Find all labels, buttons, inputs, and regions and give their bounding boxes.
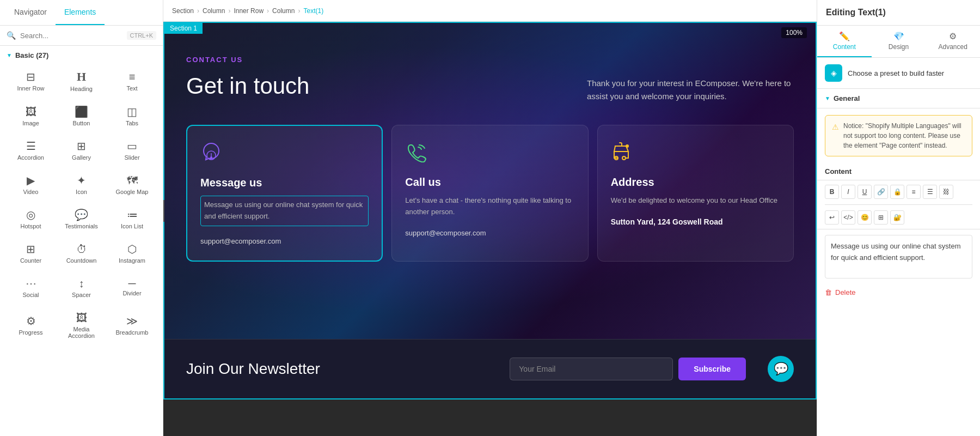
breadcrumb-section[interactable]: Section: [172, 7, 194, 15]
element-progress[interactable]: ⚙ Progress: [7, 306, 55, 345]
element-image[interactable]: 🖼 Image: [7, 100, 55, 132]
element-label: Slider: [124, 154, 139, 161]
contact-card-address[interactable]: Address We'd be delighted to welcome you…: [597, 125, 794, 262]
link-button[interactable]: 🔗: [874, 185, 888, 199]
section-label[interactable]: Section 1: [164, 23, 203, 34]
tab-content[interactable]: ✏️ Content: [817, 26, 872, 57]
element-hotspot[interactable]: ◎ Hotspot: [7, 203, 55, 235]
contact-title-block: Get in touch: [186, 72, 309, 100]
element-label: Image: [22, 120, 39, 126]
hotspot-icon: ◎: [26, 209, 35, 220]
video-icon: ▶: [27, 175, 35, 186]
breadcrumb-column[interactable]: Column: [203, 7, 225, 15]
element-video[interactable]: ▶ Video: [7, 169, 55, 201]
message-icon: [200, 141, 369, 168]
element-icon[interactable]: ✦ Icon: [57, 169, 106, 201]
element-label: Instagram: [119, 257, 145, 264]
element-label: Media Accordion: [61, 326, 102, 339]
element-gallery[interactable]: ⊞ Gallery: [57, 135, 106, 167]
preset-banner[interactable]: ◈ Choose a preset to build faster: [817, 58, 980, 89]
tab-advanced[interactable]: ⚙ Advanced: [926, 26, 980, 57]
ordered-list-button[interactable]: ≡: [906, 185, 921, 199]
card-desc-address: We'd be delighted to welcome you to our …: [611, 195, 780, 207]
lock-button[interactable]: 🔒: [890, 185, 904, 199]
element-label: Testimonials: [65, 223, 98, 229]
canvas-wrapper: Section 1 ‹ 100% CONTACT US Get in touch…: [163, 22, 817, 436]
collapse-handle[interactable]: ‹: [163, 200, 164, 222]
address-icon: [611, 141, 780, 167]
elements-grid: ⊟ Inner Row H Heading ≡ Text 🖼 Image ⬛ B…: [7, 65, 156, 345]
element-label: Google Map: [116, 189, 149, 195]
card-desc-call: Let's have a chat - there's nothing quit…: [405, 195, 574, 218]
breadcrumb-text1[interactable]: Text(1): [303, 7, 323, 15]
tab-design[interactable]: 💎 Design: [872, 26, 926, 57]
element-text[interactable]: ≡ Text: [108, 65, 156, 98]
contact-card-message[interactable]: Message us Message us using our online c…: [186, 125, 383, 262]
lock2-button[interactable]: 🔐: [890, 210, 904, 225]
newsletter-section: Join Our Newsletter Subscribe 💬: [164, 339, 816, 398]
newsletter-email-input[interactable]: [510, 358, 673, 380]
contact-card-call[interactable]: Call us Let's have a chat - there's noth…: [391, 125, 588, 262]
social-icon: ⋯: [26, 278, 36, 289]
undo-button[interactable]: ↩: [825, 210, 839, 225]
card-desc-message[interactable]: Message us using our online chat system …: [200, 196, 369, 226]
gallery-icon: ⊞: [77, 141, 86, 152]
content-text-area[interactable]: Message us using our online chat system …: [825, 235, 972, 278]
element-tabs[interactable]: ◫ Tabs: [108, 100, 156, 132]
bold-button[interactable]: B: [825, 185, 839, 199]
element-label: Video: [23, 189, 39, 195]
general-header[interactable]: ▼ General: [825, 94, 972, 102]
subscribe-button[interactable]: Subscribe: [678, 358, 746, 380]
element-spacer[interactable]: ↕ Spacer: [57, 272, 106, 304]
element-label: Social: [23, 292, 39, 298]
underline-button[interactable]: U: [857, 185, 872, 199]
search-icon: 🔍: [7, 31, 16, 40]
delete-button[interactable]: 🗑 Delete: [825, 288, 972, 296]
element-media-accordion[interactable]: 🖼 Media Accordion: [57, 306, 106, 345]
contact-label: CONTACT US: [186, 56, 794, 64]
right-panel: Editing Text(1) ✏️ Content 💎 Design ⚙ Ad…: [817, 0, 980, 436]
breadcrumb-column2[interactable]: Column: [272, 7, 295, 15]
accordion-icon: ☰: [26, 141, 36, 152]
call-icon: [405, 141, 574, 167]
element-accordion[interactable]: ☰ Accordion: [7, 135, 55, 167]
contact-top: Get in touch Thank you for your interest…: [186, 72, 794, 103]
breadcrumb-sep: ›: [197, 7, 199, 15]
breadcrumb-icon: ≫: [126, 316, 138, 326]
element-breadcrumb[interactable]: ≫ Breadcrumb: [108, 306, 156, 345]
advanced-tab-icon: ⚙: [949, 31, 957, 41]
tab-elements[interactable]: Elements: [56, 0, 105, 25]
table-button[interactable]: ⊞: [874, 210, 888, 225]
trash-icon: 🗑: [825, 288, 832, 296]
element-heading[interactable]: H Heading: [57, 65, 106, 98]
element-countdown[interactable]: ⏱ Countdown: [57, 238, 106, 270]
chat-bubble[interactable]: 💬: [768, 356, 794, 382]
google-map-icon: 🗺: [127, 175, 138, 186]
element-button[interactable]: ⬛ Button: [57, 100, 106, 132]
element-inner-row[interactable]: ⊟ Inner Row: [7, 65, 55, 98]
breadcrumb-inner-row[interactable]: Inner Row: [234, 7, 264, 15]
element-counter[interactable]: ⊞ Counter: [7, 238, 55, 270]
progress-icon: ⚙: [26, 316, 36, 326]
unordered-list-button[interactable]: ☰: [923, 185, 937, 199]
search-input[interactable]: [20, 32, 122, 40]
design-tab-icon: 💎: [893, 31, 904, 41]
element-social[interactable]: ⋯ Social: [7, 272, 55, 304]
element-testimonials[interactable]: 💬 Testimonials: [57, 203, 106, 235]
content-tab-icon: ✏️: [839, 31, 850, 41]
element-divider[interactable]: — Divider: [108, 272, 156, 304]
element-google-map[interactable]: 🗺 Google Map: [108, 169, 156, 201]
link2-button[interactable]: ⛓: [939, 185, 953, 199]
basic-section-header[interactable]: ▼ Basic (27): [7, 51, 156, 59]
italic-button[interactable]: I: [841, 185, 855, 199]
svg-point-4: [626, 144, 629, 148]
element-label: Inner Row: [17, 85, 44, 92]
breadcrumb-sep: ›: [267, 7, 269, 15]
element-icon-list[interactable]: ≔ Icon List: [108, 203, 156, 235]
code-button[interactable]: </>: [841, 210, 855, 225]
element-slider[interactable]: ▭ Slider: [108, 135, 156, 167]
emoji-button[interactable]: 😊: [857, 210, 872, 225]
tab-navigator[interactable]: Navigator: [5, 0, 56, 25]
warning-icon: ⚠: [832, 122, 839, 150]
element-instagram[interactable]: ⬡ Instagram: [108, 238, 156, 270]
